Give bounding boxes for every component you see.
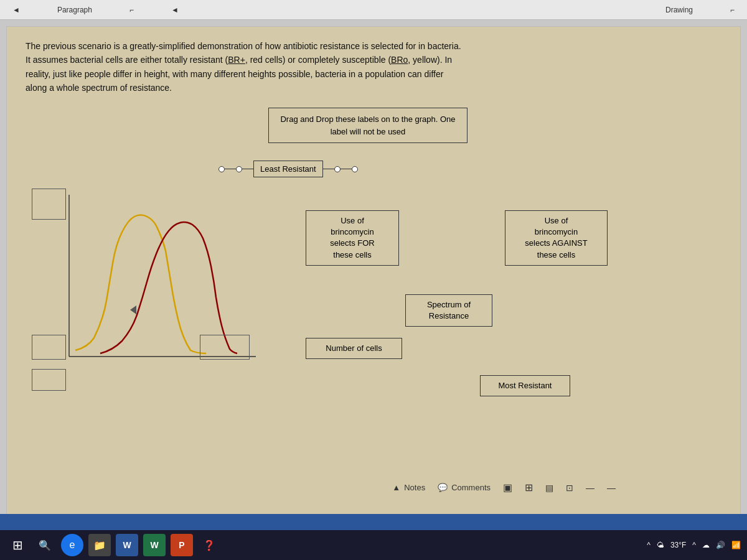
taskbar-folder-icon[interactable]: 📁 — [88, 534, 111, 556]
graph-area — [32, 189, 268, 388]
spectrum-line1: Spectrum of — [427, 300, 471, 309]
view-icon-4[interactable]: ⊡ — [566, 483, 573, 493]
powerpoint-icon: P — [179, 540, 184, 550]
system-tray: ^ 🌤 33°F ^ ☁ 🔊 📶 — [647, 541, 741, 549]
label-most-resistant[interactable]: Most Resistant — [480, 375, 570, 396]
notes-btn[interactable]: ▲ Notes — [392, 483, 425, 492]
least-resistant-label[interactable]: Least Resistant — [218, 161, 358, 177]
status-bar — [0, 514, 747, 530]
comments-label: Comments — [451, 483, 491, 492]
view-icon-6[interactable]: — — [607, 483, 616, 493]
description-text: The previous scenario is a greatly-simpl… — [26, 39, 679, 95]
desc-line4: along a whole spectrum of resistance. — [26, 83, 172, 93]
word-icon: W — [123, 540, 131, 550]
svg-marker-2 — [130, 306, 136, 314]
toolbar-expand-paragraph: ⌐ — [129, 6, 134, 14]
handle-circle-1 — [218, 166, 225, 172]
desc-line1: The previous scenario is a greatly-simpl… — [26, 41, 461, 51]
label-use-for[interactable]: Use of brincomycin selects FOR these cel… — [306, 210, 399, 266]
toolbar-left-arrow: ◄ — [12, 6, 20, 14]
placeholder-top-left[interactable] — [32, 189, 66, 220]
most-resistant-text: Most Resistant — [499, 381, 552, 390]
use-for-line1: Use of — [341, 216, 364, 225]
comments-btn[interactable]: 💬 Comments — [438, 483, 491, 492]
wifi-icon[interactable]: 📶 — [731, 541, 741, 549]
paragraph-label: Paragraph — [57, 6, 92, 14]
toolbar: ◄ Paragraph ⌐ ◄ Drawing ⌐ — [0, 0, 747, 20]
folder-icon: 📁 — [93, 539, 106, 551]
view-icon-3[interactable]: ▤ — [545, 483, 553, 493]
tray-chevron2[interactable]: ^ — [692, 541, 696, 549]
number-cells-text: Number of cells — [326, 343, 382, 353]
taskbar-word-icon[interactable]: W — [116, 534, 138, 556]
taskbar-powerpoint-icon[interactable]: P — [171, 534, 193, 556]
question-icon: ❓ — [203, 539, 215, 551]
drawing-label: Drawing — [665, 6, 693, 14]
use-for-line4: these cells — [333, 250, 371, 259]
search-icon: 🔍 — [39, 539, 51, 551]
placeholder-mid-right[interactable] — [200, 335, 250, 360]
use-against-line4: these cells — [537, 250, 575, 259]
desc-line2: It assumes bacterial cells are either to… — [26, 55, 452, 65]
use-for-line3: selects FOR — [330, 238, 375, 248]
use-against-line2: brincomycin — [535, 227, 578, 236]
instruction-line2: label will not be used — [331, 127, 406, 136]
spectrum-line2: Resistance — [429, 311, 469, 320]
taskbar-word2-icon[interactable]: W — [143, 534, 166, 556]
use-against-line3: selects AGAINST — [525, 238, 587, 248]
start-icon: ⊞ — [12, 538, 23, 553]
view-icon-5[interactable]: — — [586, 483, 594, 493]
handle-circle-3 — [334, 166, 341, 172]
speaker-icon[interactable]: 🔊 — [716, 541, 725, 549]
least-resistant-text: Least Resistant — [260, 164, 316, 174]
handle-circle-4 — [352, 166, 358, 172]
handle-circle-2 — [236, 166, 242, 172]
toolbar-middle-arrow: ◄ — [171, 6, 179, 14]
taskbar-question-icon[interactable]: ❓ — [198, 534, 220, 556]
handle-line-1 — [225, 169, 236, 170]
main-content: The previous scenario is a greatly-simpl… — [6, 26, 741, 530]
label-spectrum[interactable]: Spectrum of Resistance — [405, 294, 492, 327]
notes-label: Notes — [404, 483, 425, 492]
label-use-against[interactable]: Use of brincomycin selects AGAINST these… — [505, 210, 608, 266]
view-icon-1[interactable]: ▣ — [503, 482, 512, 493]
edge-icon: e — [70, 539, 75, 551]
comments-icon: 💬 — [438, 483, 448, 492]
use-against-line1: Use of — [545, 216, 568, 225]
least-resistant-box[interactable]: Least Resistant — [253, 161, 323, 177]
view-icon-2[interactable]: ⊞ — [525, 482, 533, 493]
search-button[interactable]: 🔍 — [34, 534, 56, 556]
use-for-line2: brincomycin — [331, 227, 374, 236]
instruction-box: Drag and Drop these labels on to the gra… — [268, 108, 467, 143]
placeholder-bottom-left[interactable] — [32, 335, 66, 360]
handle-line-4 — [341, 169, 352, 170]
taskbar: ⊞ 🔍 e 📁 W W P ❓ ^ 🌤 33°F ^ ☁ 🔊 📶 — [0, 530, 747, 560]
placeholder-bottom-left2[interactable] — [32, 369, 66, 391]
handle-line-3 — [323, 169, 334, 170]
notes-comments-bar: ▲ Notes 💬 Comments ▣ ⊞ ▤ ⊡ — — — [392, 482, 616, 493]
weather-icon: 🌤 — [657, 541, 664, 549]
word2-icon: W — [150, 540, 158, 550]
start-button[interactable]: ⊞ — [6, 534, 29, 556]
desc-line3: reality, just like people differ in heig… — [26, 69, 443, 79]
taskbar-edge-icon[interactable]: e — [61, 534, 83, 556]
cloud-icon: ☁ — [702, 541, 710, 549]
handle-line-2 — [242, 169, 253, 170]
tray-chevron[interactable]: ^ — [647, 541, 651, 549]
label-number-cells[interactable]: Number of cells — [306, 338, 402, 359]
notes-icon: ▲ — [392, 483, 400, 492]
toolbar-expand-drawing: ⌐ — [730, 6, 735, 14]
instruction-line1: Drag and Drop these labels on to the gra… — [280, 114, 455, 124]
temperature: 33°F — [670, 541, 686, 549]
